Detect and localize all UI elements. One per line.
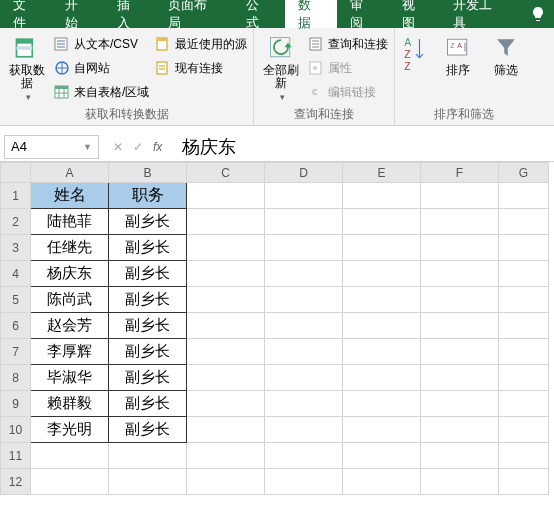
cell[interactable] bbox=[343, 235, 421, 261]
cell[interactable]: 陈尚武 bbox=[31, 287, 109, 313]
cell[interactable] bbox=[421, 443, 499, 469]
cell[interactable] bbox=[265, 209, 343, 235]
row-header[interactable]: 10 bbox=[1, 417, 31, 443]
cell[interactable] bbox=[265, 417, 343, 443]
cell[interactable] bbox=[265, 391, 343, 417]
row-header[interactable]: 8 bbox=[1, 365, 31, 391]
cell[interactable] bbox=[343, 313, 421, 339]
row-header[interactable]: 12 bbox=[1, 469, 31, 495]
cell[interactable] bbox=[421, 183, 499, 209]
cell[interactable] bbox=[499, 287, 549, 313]
cell[interactable] bbox=[421, 469, 499, 495]
queries-button[interactable]: 查询和连接 bbox=[308, 34, 388, 54]
cell[interactable] bbox=[499, 261, 549, 287]
col-header[interactable]: F bbox=[421, 163, 499, 183]
cell[interactable] bbox=[187, 365, 265, 391]
sort-button[interactable]: ZA 排序 bbox=[437, 32, 479, 104]
formula-input[interactable]: 杨庆东 bbox=[176, 135, 236, 159]
tab-layout[interactable]: 页面布局 bbox=[155, 0, 233, 28]
cell[interactable] bbox=[343, 443, 421, 469]
col-header[interactable]: A bbox=[31, 163, 109, 183]
tab-home[interactable]: 开始 bbox=[52, 0, 104, 28]
cell[interactable] bbox=[421, 261, 499, 287]
cell[interactable] bbox=[187, 443, 265, 469]
cell[interactable] bbox=[421, 209, 499, 235]
cell[interactable]: 赵会芳 bbox=[31, 313, 109, 339]
cell[interactable] bbox=[265, 261, 343, 287]
cell[interactable]: 副乡长 bbox=[109, 391, 187, 417]
cell[interactable] bbox=[421, 235, 499, 261]
existing-conn-button[interactable]: 现有连接 bbox=[155, 58, 247, 78]
tell-me-icon[interactable] bbox=[522, 0, 554, 28]
cell[interactable] bbox=[343, 417, 421, 443]
cell[interactable] bbox=[421, 339, 499, 365]
from-csv-button[interactable]: 从文本/CSV bbox=[54, 34, 149, 54]
tab-data[interactable]: 数据 bbox=[285, 0, 337, 28]
cell[interactable] bbox=[343, 339, 421, 365]
cell[interactable]: 副乡长 bbox=[109, 365, 187, 391]
cell[interactable] bbox=[187, 209, 265, 235]
row-header[interactable]: 6 bbox=[1, 313, 31, 339]
cell[interactable] bbox=[265, 183, 343, 209]
cell[interactable] bbox=[187, 183, 265, 209]
cell[interactable] bbox=[499, 339, 549, 365]
cell[interactable] bbox=[499, 313, 549, 339]
name-box[interactable]: A4▼ bbox=[4, 135, 99, 159]
from-table-button[interactable]: 来自表格/区域 bbox=[54, 82, 149, 102]
cell[interactable] bbox=[499, 443, 549, 469]
cell[interactable]: 职务 bbox=[109, 183, 187, 209]
cell[interactable] bbox=[187, 469, 265, 495]
cell[interactable]: 副乡长 bbox=[109, 313, 187, 339]
tab-insert[interactable]: 插入 bbox=[104, 0, 156, 28]
cell[interactable] bbox=[343, 365, 421, 391]
cell[interactable] bbox=[187, 313, 265, 339]
cell[interactable] bbox=[109, 443, 187, 469]
cell[interactable] bbox=[421, 365, 499, 391]
cell[interactable]: 姓名 bbox=[31, 183, 109, 209]
cell[interactable] bbox=[343, 261, 421, 287]
col-header[interactable]: C bbox=[187, 163, 265, 183]
row-header[interactable]: 9 bbox=[1, 391, 31, 417]
row-header[interactable]: 5 bbox=[1, 287, 31, 313]
cell[interactable]: 陆艳菲 bbox=[31, 209, 109, 235]
cell[interactable] bbox=[343, 287, 421, 313]
row-header[interactable]: 7 bbox=[1, 339, 31, 365]
edit-links-button[interactable]: 编辑链接 bbox=[308, 82, 388, 102]
row-header[interactable]: 2 bbox=[1, 209, 31, 235]
cell[interactable] bbox=[499, 417, 549, 443]
cell[interactable]: 副乡长 bbox=[109, 261, 187, 287]
cell[interactable] bbox=[499, 209, 549, 235]
cell[interactable] bbox=[265, 443, 343, 469]
fx-icon[interactable]: fx bbox=[153, 140, 162, 154]
from-web-button[interactable]: 自网站 bbox=[54, 58, 149, 78]
cell[interactable] bbox=[421, 287, 499, 313]
cell[interactable] bbox=[265, 339, 343, 365]
cell[interactable] bbox=[499, 391, 549, 417]
cell[interactable] bbox=[265, 365, 343, 391]
cell[interactable] bbox=[499, 235, 549, 261]
cell[interactable]: 李光明 bbox=[31, 417, 109, 443]
cell[interactable]: 杨庆东 bbox=[31, 261, 109, 287]
cell[interactable]: 赖群毅 bbox=[31, 391, 109, 417]
tab-dev[interactable]: 开发工具 bbox=[440, 0, 518, 28]
tab-view[interactable]: 视图 bbox=[389, 0, 441, 28]
tab-review[interactable]: 审阅 bbox=[337, 0, 389, 28]
col-header[interactable]: D bbox=[265, 163, 343, 183]
cell[interactable] bbox=[187, 235, 265, 261]
cell[interactable] bbox=[343, 209, 421, 235]
row-header[interactable]: 1 bbox=[1, 183, 31, 209]
tab-formula[interactable]: 公式 bbox=[233, 0, 285, 28]
cell[interactable] bbox=[187, 261, 265, 287]
cell[interactable] bbox=[499, 183, 549, 209]
cell[interactable]: 毕淑华 bbox=[31, 365, 109, 391]
cell[interactable] bbox=[187, 417, 265, 443]
filter-button[interactable]: 筛选 bbox=[485, 32, 527, 104]
accept-icon[interactable]: ✓ bbox=[133, 140, 143, 154]
cell[interactable]: 副乡长 bbox=[109, 417, 187, 443]
tab-file[interactable]: 文件 bbox=[0, 0, 52, 28]
cell[interactable]: 副乡长 bbox=[109, 287, 187, 313]
spreadsheet[interactable]: A B C D E F G 1姓名职务 2陆艳菲副乡长 3任继先副乡长 4杨庆东… bbox=[0, 162, 554, 495]
cell[interactable] bbox=[265, 235, 343, 261]
cell[interactable] bbox=[187, 339, 265, 365]
select-all[interactable] bbox=[1, 163, 31, 183]
